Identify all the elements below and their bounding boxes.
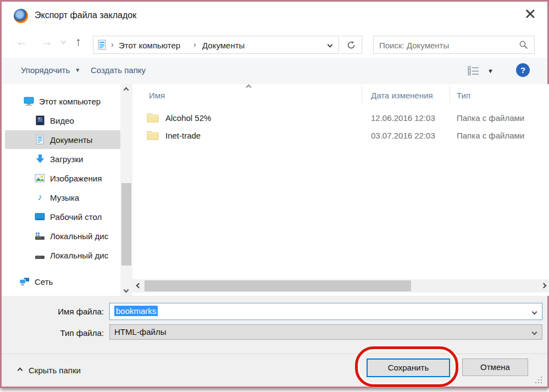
- column-divider: [362, 86, 362, 103]
- view-mode-button[interactable]: [468, 65, 482, 78]
- history-dropdown-icon[interactable]: [61, 39, 66, 45]
- navigation-pane: Этот компьютер Видео Документы Загрузки …: [5, 84, 120, 296]
- column-header-name[interactable]: Имя: [149, 91, 165, 100]
- sidebar-item-local-disk-d[interactable]: Локальный дис: [5, 246, 120, 264]
- file-name: Inet-trade: [165, 131, 201, 140]
- sidebar-scrollbar[interactable]: [120, 84, 132, 296]
- sidebar-item-label: Музыка: [50, 193, 79, 202]
- file-type-select[interactable]: HTML-файлы: [109, 324, 542, 340]
- sidebar-item-label: Документы: [50, 135, 92, 145]
- file-name-input[interactable]: bookmarks: [109, 303, 542, 320]
- sidebar-item-label: Локальный дис: [50, 231, 108, 241]
- breadcrumb-separator: ›: [193, 40, 196, 49]
- local-disk-system-icon: [35, 231, 45, 241]
- file-name-label: Имя файла:: [43, 307, 104, 316]
- scroll-left-icon[interactable]: [136, 283, 142, 289]
- folder-icon: [147, 130, 159, 142]
- search-input[interactable]: Поиск: Документы: [373, 36, 535, 54]
- sidebar-item-this-pc[interactable]: Этот компьютер: [5, 92, 120, 111]
- breadcrumb-separator: ›: [111, 40, 114, 49]
- video-icon: [35, 115, 45, 125]
- save-dialog-window: Экспорт файла закладок ✕ ← → ↑ › Этот ко…: [0, 0, 549, 388]
- music-icon: ♪: [35, 192, 45, 202]
- file-row-alcohol[interactable]: Alcohol 52% 12.06.2016 12:03 Папка с фай…: [132, 109, 549, 127]
- sort-ascending-icon: [246, 85, 252, 90]
- refresh-button[interactable]: [341, 36, 362, 54]
- command-toolbar: Упорядочить▼ Создать папку ▼ ?: [2, 58, 547, 84]
- downloads-icon: [35, 154, 45, 164]
- sidebar-item-music[interactable]: ♪ Музыка: [5, 188, 120, 207]
- navigation-bar: ← → ↑ › Этот компьютер › Документы Поиск…: [2, 30, 547, 58]
- column-header-type[interactable]: Тип: [457, 91, 470, 100]
- sidebar-item-downloads[interactable]: Загрузки: [5, 150, 120, 168]
- address-bar[interactable]: › Этот компьютер › Документы: [93, 36, 339, 54]
- resize-grip[interactable]: [534, 376, 542, 383]
- file-list: Имя Дата изменения Тип Alcohol 52% 12.06…: [132, 84, 549, 296]
- sidebar-item-label: Рабочий стол: [50, 212, 102, 222]
- computer-icon: [24, 96, 34, 106]
- chevron-up-icon: [18, 368, 23, 373]
- forward-button[interactable]: →: [41, 36, 53, 47]
- cancel-button[interactable]: Отмена: [462, 358, 528, 376]
- file-row-inet-trade[interactable]: Inet-trade 03.07.2016 22:03 Папка с файл…: [132, 127, 549, 145]
- sidebar-item-pictures[interactable]: Изображения: [5, 169, 120, 187]
- column-header-date[interactable]: Дата изменения: [371, 91, 433, 100]
- search-icon[interactable]: [519, 40, 529, 52]
- pictures-icon: [35, 173, 45, 183]
- sidebar-item-video[interactable]: Видео: [5, 111, 120, 130]
- sidebar-item-label: Изображения: [50, 174, 102, 183]
- sidebar-item-network[interactable]: Сеть: [5, 272, 120, 291]
- sidebar-item-documents[interactable]: Документы: [5, 130, 120, 149]
- horizontal-scrollbar[interactable]: [132, 279, 549, 292]
- file-type: Папка с файлами: [457, 131, 524, 140]
- back-button[interactable]: ←: [16, 36, 27, 47]
- file-type-dropdown-icon[interactable]: [532, 330, 537, 335]
- view-dropdown-icon[interactable]: ▼: [487, 68, 493, 74]
- new-folder-button[interactable]: Создать папку: [91, 65, 146, 75]
- file-type: Папка с файлами: [457, 113, 524, 123]
- organize-menu-button[interactable]: Упорядочить▼: [21, 65, 80, 75]
- refresh-icon: [347, 41, 356, 49]
- breadcrumb-this-pc[interactable]: Этот компьютер: [119, 41, 180, 50]
- close-button[interactable]: ✕: [524, 7, 536, 22]
- file-date: 12.06.2016 12:03: [371, 113, 435, 123]
- sidebar-scrollbar-thumb[interactable]: [121, 183, 131, 266]
- sidebar-item-local-disk-c[interactable]: Локальный дис: [5, 227, 120, 245]
- horizontal-scrollbar-thumb[interactable]: [145, 280, 411, 291]
- file-type-value: HTML-файлы: [114, 327, 166, 336]
- list-view-icon: [468, 65, 482, 75]
- help-button[interactable]: ?: [516, 63, 530, 77]
- documents-icon: [35, 135, 45, 145]
- scroll-down-icon[interactable]: [124, 288, 129, 293]
- file-name-value: bookmarks: [114, 306, 158, 316]
- search-placeholder: Поиск: Документы: [379, 41, 449, 50]
- folder-icon: [147, 113, 159, 125]
- file-type-label: Тип файла:: [43, 328, 104, 338]
- scroll-up-icon[interactable]: [124, 87, 129, 93]
- up-button[interactable]: ↑: [75, 36, 81, 47]
- title-bar: Экспорт файла закладок ✕: [2, 2, 547, 30]
- address-dropdown-icon[interactable]: [328, 42, 333, 48]
- sidebar-item-label: Сеть: [35, 277, 53, 286]
- footer-divider: [2, 354, 547, 354]
- local-disk-icon: [35, 250, 45, 260]
- organize-dropdown-icon: ▼: [75, 67, 80, 73]
- breadcrumb-documents[interactable]: Документы: [202, 41, 245, 50]
- hide-folders-button[interactable]: Скрыть папки: [18, 366, 81, 375]
- bottom-panel: Имя файла: bookmarks Тип файла: HTML-фай…: [2, 296, 547, 387]
- sidebar-item-label: Локальный дис: [50, 251, 108, 260]
- sidebar-item-label: Видео: [50, 116, 74, 125]
- file-name: Alcohol 52%: [165, 113, 211, 123]
- folder-document-icon: [97, 40, 107, 53]
- file-date: 03.07.2016 22:03: [371, 131, 435, 140]
- save-button[interactable]: Сохранить: [367, 358, 450, 377]
- file-name-dropdown-icon[interactable]: [532, 310, 537, 315]
- network-icon: [19, 277, 30, 286]
- sidebar-item-desktop[interactable]: Рабочий стол: [5, 207, 120, 226]
- desktop-icon: [35, 212, 45, 222]
- window-title: Экспорт файла закладок: [35, 10, 136, 20]
- sidebar-item-label: Этот компьютер: [39, 97, 101, 106]
- firefox-icon: [14, 9, 28, 23]
- sidebar-item-label: Загрузки: [50, 154, 83, 164]
- scroll-right-icon[interactable]: [541, 283, 547, 289]
